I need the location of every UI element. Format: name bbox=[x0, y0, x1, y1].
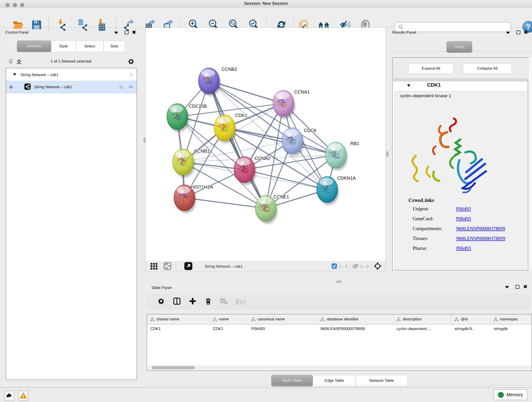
control-panel-maximize-icon[interactable] bbox=[125, 31, 128, 34]
column-header-@id[interactable]: @id bbox=[451, 314, 491, 324]
table-panel-close-icon[interactable]: ✖ bbox=[523, 285, 527, 288]
network-collection-row[interactable]: String Network – cdk1 1 bbox=[6, 69, 137, 81]
table-panel-title: Table Panel bbox=[151, 286, 172, 290]
column-header-namespac[interactable]: namespac bbox=[491, 314, 532, 324]
collapse-all-button[interactable]: Collapse All bbox=[463, 63, 512, 74]
column-header-name[interactable]: name bbox=[210, 314, 248, 324]
crosslink-row: Pharos:P06493 bbox=[413, 245, 523, 251]
control-panel-close-icon[interactable]: ✖ bbox=[132, 30, 136, 34]
birds-eye-view-icon[interactable] bbox=[163, 262, 172, 271]
network-node-ccne1[interactable]: CCNE1 bbox=[255, 194, 289, 224]
fit-selected-crosshair-icon[interactable] bbox=[374, 262, 382, 271]
network-edge[interactable] bbox=[209, 81, 266, 208]
network-node-ccna2[interactable]: CCNA2 bbox=[234, 156, 270, 185]
table-panel: Table Panel ✖ f(x) shared namenamecanoni… bbox=[145, 284, 532, 387]
network-node-ccna1[interactable]: CCNA1 bbox=[273, 89, 310, 119]
network-node-hist1h1a[interactable]: HIST1H1A bbox=[174, 185, 213, 213]
tab-string[interactable]: String bbox=[447, 41, 472, 53]
crosslink-row: Uniprot:P06493 bbox=[413, 206, 523, 212]
delete-column-icon[interactable] bbox=[204, 297, 212, 306]
title-bar: Session: New Session bbox=[0, 0, 532, 7]
network-canvas[interactable]: CCNB2 CCNA1 CDC25B CDK1 CDC6 bbox=[145, 28, 386, 261]
network-collection-count: 1 bbox=[130, 73, 133, 77]
tab-node-table[interactable]: Node Table bbox=[271, 375, 313, 386]
table-panel-maximize-icon[interactable] bbox=[515, 285, 519, 289]
table-toolbar: f(x) bbox=[147, 293, 530, 310]
create-column-icon[interactable] bbox=[189, 297, 196, 306]
crosslink-link[interactable]: 9606.ENSP00000378699 bbox=[456, 226, 505, 231]
column-header-database-identifier[interactable]: database identifier bbox=[317, 314, 393, 324]
network-edge[interactable] bbox=[184, 198, 266, 208]
grid-view-icon[interactable] bbox=[150, 262, 158, 271]
expand-all-networks-icon[interactable] bbox=[16, 58, 22, 66]
collapse-all-networks-icon[interactable] bbox=[8, 58, 14, 66]
node-table[interactable]: shared namenamecanonical namedatabase id… bbox=[147, 314, 532, 371]
crosslink-label: Compartments: bbox=[413, 226, 456, 231]
crosslink-row: GeneCard:P06493 bbox=[413, 216, 523, 222]
results-panel-title: Results Panel bbox=[392, 30, 416, 35]
expand-all-button[interactable]: Expand All bbox=[408, 63, 454, 74]
table-cell: CDK1 bbox=[210, 325, 248, 333]
cloud-status-button[interactable] bbox=[4, 390, 14, 401]
network-node-cdkn1a[interactable]: CDKN1A bbox=[317, 176, 356, 205]
table-hscrollbar[interactable] bbox=[147, 365, 531, 370]
entry-gene-name: CDK1 bbox=[427, 82, 441, 88]
bottom-splitter-handle[interactable] bbox=[336, 281, 342, 283]
column-header-description[interactable]: description bbox=[393, 314, 451, 324]
detach-view-icon[interactable] bbox=[184, 262, 193, 271]
table-row[interactable]: CDK1CDK1P064939606.ENSP00000378699cyclin… bbox=[147, 325, 532, 333]
network-status-dot bbox=[9, 85, 13, 89]
tab-sets[interactable]: Sets bbox=[104, 41, 125, 52]
tab-style[interactable]: Style bbox=[51, 41, 76, 52]
node-label-cdkn1a: CDKN1A bbox=[337, 176, 356, 181]
results-panel-close-icon[interactable]: ✖ bbox=[524, 30, 528, 34]
table-cell: 9606.ENSP00000378699 bbox=[317, 325, 393, 333]
network-row-selected[interactable]: String Network – cdk1 11 48 bbox=[6, 81, 137, 94]
network-panel-gear-icon[interactable] bbox=[127, 58, 135, 66]
show-column-icon[interactable] bbox=[173, 297, 181, 306]
crosslink-link[interactable]: P06493 bbox=[456, 216, 471, 222]
results-scrollbar[interactable] bbox=[528, 57, 532, 270]
results-panel-maximize-icon[interactable] bbox=[516, 31, 520, 34]
crosslink-link[interactable]: P06493 bbox=[456, 206, 471, 212]
tab-edge-table[interactable]: Edge Table bbox=[313, 375, 356, 386]
selected-checkbox-icon[interactable] bbox=[331, 263, 337, 270]
status-bar: Memory bbox=[0, 387, 532, 402]
main-toolbar: ? bbox=[0, 7, 532, 27]
tab-network-table[interactable]: Network Table bbox=[356, 375, 407, 386]
network-node-ccnb2[interactable]: CCNB2 bbox=[198, 67, 237, 96]
node-label-ccne1: CCNE1 bbox=[273, 194, 289, 199]
warning-status-button[interactable] bbox=[18, 390, 28, 401]
table-settings-gear-icon[interactable] bbox=[157, 297, 165, 306]
table-cell: stringdb bbox=[491, 325, 532, 333]
control-panel-float-icon[interactable] bbox=[114, 32, 118, 34]
column-header-canonical-name[interactable]: canonical name bbox=[248, 314, 317, 324]
results-panel: Results Panel ✖ String Expand All Collap… bbox=[389, 27, 532, 281]
right-splitter-handle[interactable] bbox=[386, 151, 389, 157]
table-cell: cyclin–dependent ... bbox=[393, 325, 451, 333]
crosslink-row: Compartments:9606.ENSP00000378699 bbox=[413, 226, 523, 231]
table-panel-float-icon[interactable] bbox=[505, 286, 509, 288]
network-node-rb1[interactable]: RB1 bbox=[325, 141, 359, 170]
network-row-label: String Network – cdk1 bbox=[34, 85, 72, 89]
node-label-ccna2: CCNA2 bbox=[255, 156, 270, 161]
left-splitter-handle[interactable] bbox=[143, 138, 146, 143]
entry-collapse-icon[interactable] bbox=[406, 84, 411, 88]
table-cell: P06493 bbox=[248, 325, 317, 333]
results-panel-float-icon[interactable] bbox=[506, 32, 510, 34]
warning-icon bbox=[19, 392, 27, 400]
tab-select[interactable]: Select bbox=[76, 41, 104, 52]
entry-description: cyclin–dependent kinase 1 bbox=[400, 93, 451, 98]
network-node-cdc6[interactable]: CDC6 bbox=[282, 128, 316, 156]
tree-expander-icon[interactable] bbox=[13, 73, 17, 77]
crosslinks-list: Uniprot:P06493GeneCard:P06493Compartment… bbox=[413, 206, 523, 255]
crosslink-link[interactable]: P06493 bbox=[456, 245, 471, 251]
memory-indicator[interactable]: Memory bbox=[494, 389, 527, 400]
network-node-cdc25b[interactable]: CDC25B bbox=[167, 104, 207, 132]
network-type-icon bbox=[24, 83, 31, 91]
crosslink-link[interactable]: 9606.ENSP00000378699 bbox=[456, 236, 505, 241]
column-header-shared-name[interactable]: shared name bbox=[147, 314, 210, 324]
node-label-rb1: RB1 bbox=[350, 141, 359, 146]
tab-network[interactable]: Network bbox=[17, 41, 51, 52]
table-hscroll-thumb[interactable] bbox=[152, 366, 195, 369]
